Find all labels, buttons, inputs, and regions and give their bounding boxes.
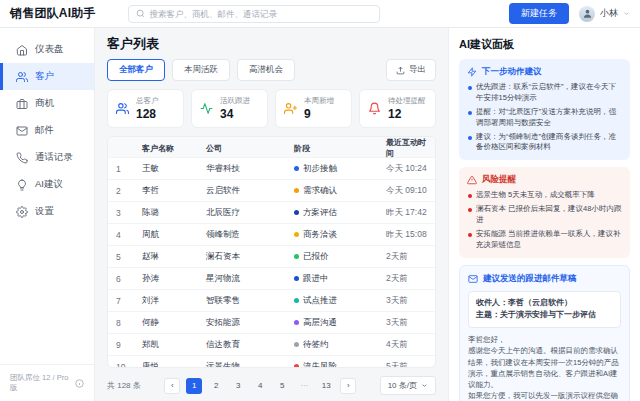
app-logo: 销售团队AI助手 (10, 5, 96, 22)
stat-label: 活跃跟进 (220, 96, 250, 106)
stage-label: 已报价 (303, 251, 329, 263)
last-interaction-time: 3天前 (386, 317, 427, 329)
table-row[interactable]: 5赵琳澜石资本已报价2天前 (108, 245, 435, 267)
stat-label: 总客户 (136, 96, 159, 106)
users-icon (16, 71, 28, 83)
page-button[interactable]: 2 (208, 378, 224, 394)
tab-active[interactable]: 全部客户 (107, 59, 165, 81)
sidebar-item-phone[interactable]: 通话记录 (0, 144, 94, 171)
users-icon (116, 102, 129, 115)
table-row[interactable]: 1王敏华睿科技初步接触今天 10:24 (108, 157, 435, 179)
last-interaction-time: 4天前 (386, 339, 427, 351)
table-row[interactable]: 4周航领峰制造商务洽谈昨天 15:08 (108, 223, 435, 245)
row-index: 8 (116, 318, 142, 328)
search-input[interactable] (150, 9, 372, 19)
ai-suggestion-panel: AI建议面板 下一步动作建议 优先跟进：联系“云启软件”，建议在今天下午安排15… (448, 28, 640, 401)
export-label: 导出 (409, 64, 426, 76)
next-action-item: 提醒：对“北辰医疗”发送方案补充说明，强调部署周期与数据安全 (467, 107, 622, 129)
company-name: 云启软件 (206, 185, 294, 197)
sidebar-item-home[interactable]: 仪表盘 (0, 36, 94, 63)
stage-cell: 方案评估 (294, 207, 386, 219)
customer-name: 陈璐 (142, 207, 206, 219)
info-icon (75, 379, 84, 388)
company-name: 信达教育 (206, 339, 294, 351)
prev-page-button[interactable]: ‹ (164, 378, 180, 394)
email-body-line: 如果您方便，我可以先发一版演示议程供您确认。 (468, 390, 621, 401)
row-index: 4 (116, 230, 142, 240)
stage-cell: 已报价 (294, 251, 386, 263)
page-size-select[interactable]: 10 条/页 (380, 376, 436, 395)
stage-label: 待签约 (303, 339, 329, 351)
last-interaction-time: 3天前 (386, 295, 427, 307)
sidebar-item-label: 商机 (35, 97, 54, 110)
next-actions-card: 下一步动作建议 优先跟进：联系“云启软件”，建议在今天下午安排15分钟演示提醒：… (459, 59, 630, 160)
stage-label: 流失风险 (303, 361, 337, 369)
page-button[interactable]: 5 (274, 378, 290, 394)
table-row[interactable]: 6孙涛星河物流跟进中2天前 (108, 267, 435, 289)
last-interaction-time: 今天 10:24 (386, 163, 427, 175)
email-draft-card: 建议发送的跟进邮件草稿 收件人：李哲（云启软件） 主题：关于演示安排与下一步评估… (459, 265, 630, 401)
last-interaction-time: 昨天 15:08 (386, 229, 427, 241)
customer-name: 王敏 (142, 163, 206, 175)
table-row[interactable]: 3陈璐北辰医疗方案评估昨天 17:42 (108, 201, 435, 223)
user-menu[interactable]: 小林 (579, 6, 630, 22)
customer-name: 刘洋 (142, 295, 206, 307)
company-name: 领峰制造 (206, 229, 294, 241)
new-task-button[interactable]: 新建任务 (509, 3, 569, 24)
global-search[interactable] (128, 5, 380, 23)
last-interaction-time: 今天 09:10 (386, 185, 427, 197)
sidebar-item-mail[interactable]: 邮件 (0, 117, 94, 144)
company-name: 北辰医疗 (206, 207, 294, 219)
stage-cell: 商务洽谈 (294, 229, 386, 241)
column-header: 最近互动时间 (386, 137, 427, 159)
table-row[interactable]: 2李哲云启软件需求确认今天 09:10 (108, 179, 435, 201)
page-button[interactable]: 1 (186, 378, 202, 394)
briefcase-icon (16, 98, 28, 110)
tab-filter[interactable]: 高潜机会 (237, 59, 295, 81)
avatar (579, 6, 595, 22)
next-actions-title: 下一步动作建议 (482, 66, 542, 78)
stage-cell: 初步接触 (294, 163, 386, 175)
table-row[interactable]: 10唐悦远景生物流失风险5天前 (108, 355, 435, 368)
next-page-button[interactable]: › (340, 378, 356, 394)
page-button[interactable]: 3 (230, 378, 246, 394)
tab-filter[interactable]: 本周活跃 (172, 59, 230, 81)
table-row[interactable]: 7刘洋智联零售试点推进3天前 (108, 289, 435, 311)
customer-table: 客户名称公司阶段最近互动时间 1王敏华睿科技初步接触今天 10:242李哲云启软… (107, 136, 436, 368)
company-name: 智联零售 (206, 295, 294, 307)
email-draft-title: 建议发送的跟进邮件草稿 (483, 273, 577, 285)
stat-card: 本周新增9 (275, 89, 352, 128)
company-name: 澜石资本 (206, 251, 294, 263)
sidebar-item-label: 设置 (35, 205, 54, 218)
table-row[interactable]: 9郑凯信达教育待签约4天前 (108, 333, 435, 355)
last-interaction-time: 5天前 (386, 361, 427, 369)
export-button[interactable]: 导出 (386, 59, 436, 81)
column-header: 公司 (206, 143, 294, 154)
page-button[interactable]: 4 (252, 378, 268, 394)
sidebar-item-gear[interactable]: 设置 (0, 198, 94, 225)
warning-triangle-icon (467, 175, 477, 185)
sidebar-item-users[interactable]: 客户 (0, 63, 94, 90)
column-header: 客户名称 (142, 143, 206, 154)
sidebar-item-label: 仪表盘 (35, 43, 64, 56)
bulb-icon (16, 179, 28, 191)
table-row[interactable]: 8何静安拓能源高层沟通3天前 (108, 311, 435, 333)
stage-dot-icon (294, 364, 299, 368)
row-index: 6 (116, 274, 142, 284)
stage-dot-icon (294, 232, 299, 237)
sidebar-item-briefcase[interactable]: 商机 (0, 90, 94, 117)
sidebar-item-bulb[interactable]: AI建议 (0, 171, 94, 198)
stage-dot-icon (294, 276, 299, 281)
customer-name: 赵琳 (142, 251, 206, 263)
team-seats: 团队席位 12 / Pro 版 (0, 364, 94, 401)
top-bar: 销售团队AI助手 新建任务 小林 (0, 0, 640, 28)
row-index: 1 (116, 164, 142, 174)
next-action-item: 优先跟进：联系“云启软件”，建议在今天下午安排15分钟演示 (467, 82, 622, 104)
page-button[interactable]: 13 (318, 378, 334, 394)
last-interaction-time: 2天前 (386, 251, 427, 263)
zap-icon (467, 67, 477, 77)
page-size-value: 10 条/页 (388, 380, 417, 391)
stage-dot-icon (294, 166, 299, 171)
stage-dot-icon (294, 298, 299, 303)
stat-card: 活跃跟进34 (191, 89, 268, 128)
